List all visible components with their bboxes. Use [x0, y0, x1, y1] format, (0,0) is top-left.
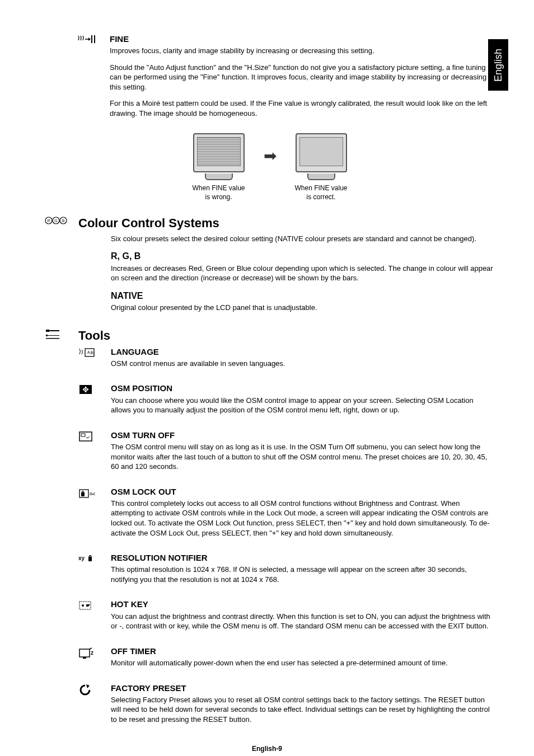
- hotkey-icon: [78, 600, 111, 611]
- svg-rect-9: [49, 330, 59, 331]
- language-icon: Aあ: [78, 348, 111, 359]
- tools-heading: Tools: [78, 327, 495, 344]
- fine-heading: FINE: [110, 34, 495, 45]
- resolution-notifier-icon: xy: [78, 553, 111, 564]
- hotkey-heading: HOT KEY: [111, 599, 495, 610]
- language-tab: English: [488, 39, 508, 91]
- caption-wrong: When FINE value is wrong.: [191, 184, 247, 201]
- colour-desc: Six colour presets select the desired co…: [111, 234, 495, 244]
- offtimer-desc: Monitor will automatically power-down wh…: [111, 658, 495, 668]
- section-colour: R G B Colour Control Systems Six colour …: [45, 215, 495, 320]
- fine-p2: Should the "Auto Adjust function" and th…: [110, 63, 495, 92]
- rgb-heading: R, G, B: [111, 250, 495, 262]
- factory-preset-desc: Selecting Factory Preset allows you to r…: [111, 695, 495, 725]
- resolution-notifier-heading: RESOLUTION NOTIFIER: [111, 552, 495, 564]
- osm-lockout-desc: This control completely locks out access…: [111, 499, 495, 538]
- osm-turnoff-heading: OSM TURN OFF: [111, 430, 495, 441]
- svg-text:R: R: [47, 219, 50, 223]
- fine-p3: For this a Moiré test pattern could be u…: [110, 98, 495, 118]
- section-tools: Tools Aあ LANGUAGE OSM control menus are …: [45, 327, 495, 739]
- rgb-icon: R G B: [45, 216, 78, 225]
- offtimer-heading: OFF TIMER: [111, 646, 495, 657]
- svg-point-24: [82, 604, 84, 607]
- svg-rect-12: [46, 338, 59, 339]
- svg-text:Aあ: Aあ: [87, 350, 94, 355]
- fine-icon: [77, 35, 110, 44]
- svg-text:B: B: [62, 219, 65, 223]
- osm-position-heading: OSM POSITION: [111, 383, 495, 394]
- arrow-icon: ➡: [264, 145, 277, 189]
- svg-rect-8: [46, 330, 49, 332]
- svg-rect-11: [48, 335, 59, 336]
- language-heading: LANGUAGE: [111, 346, 495, 358]
- svg-rect-27: [83, 657, 86, 659]
- osm-lockout-heading: OSM LOCK OUT: [111, 486, 495, 497]
- svg-text:8•0: 8•0: [90, 491, 95, 496]
- monitor-wrong: When FINE value is wrong.: [191, 133, 247, 201]
- resolution-notifier-desc: This optimal resolution is 1024 x 768. I…: [111, 565, 495, 584]
- osm-position-desc: You can choose where you would like the …: [111, 396, 495, 415]
- caption-correct: When FINE value is correct.: [293, 184, 349, 201]
- native-heading: NATIVE: [111, 290, 495, 302]
- fine-p1: Improves focus, clarity and image stabil…: [110, 46, 495, 56]
- svg-rect-26: [79, 649, 90, 657]
- colour-heading: Colour Control Systems: [78, 215, 495, 232]
- osm-lockout-icon: 8•0: [78, 487, 111, 499]
- offtimer-icon: z: [78, 647, 111, 659]
- factory-preset-heading: FACTORY PRESET: [111, 683, 495, 694]
- osm-position-icon: [78, 384, 111, 395]
- osm-turnoff-desc: The OSM control menu will stay on as lon…: [111, 442, 495, 472]
- svg-rect-10: [46, 335, 48, 336]
- hotkey-desc: You can adjust the brightness and contra…: [111, 612, 495, 631]
- svg-rect-19: [81, 492, 85, 496]
- svg-line-28: [90, 648, 92, 649]
- monitor-correct: When FINE value is correct.: [293, 133, 349, 201]
- language-desc: OSM control menus are available in seven…: [111, 359, 495, 369]
- svg-text:z: z: [91, 650, 93, 656]
- rgb-desc: Increases or decreases Red, Green or Blu…: [111, 264, 495, 283]
- svg-rect-17: [81, 434, 85, 436]
- osm-turnoff-icon: [78, 431, 111, 442]
- fine-figure: When FINE value is wrong. ➡ When FINE va…: [45, 133, 495, 201]
- page-footer: English-9: [0, 744, 534, 753]
- svg-rect-22: [88, 557, 92, 561]
- section-fine: FINE Improves focus, clarity and image s…: [45, 34, 495, 125]
- tools-icon: [45, 328, 78, 341]
- factory-preset-icon: [78, 684, 111, 696]
- svg-text:xy: xy: [78, 555, 85, 561]
- native-desc: Original colour presented by the LCD pan…: [111, 303, 495, 313]
- svg-text:G: G: [54, 219, 57, 223]
